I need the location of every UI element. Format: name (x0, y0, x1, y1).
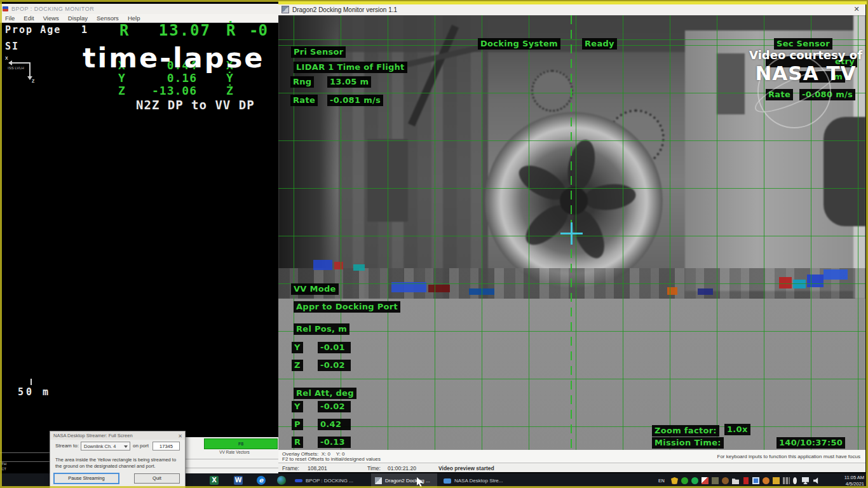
close-icon[interactable]: ✕ (851, 5, 862, 13)
bpop-title: BPOP : DOCKING MONITOR (11, 6, 94, 12)
f2-note-text: F2 to reset Offsets to initial/designed … (282, 456, 381, 462)
table-line (0, 461, 50, 462)
speaker-icon[interactable] (813, 477, 820, 484)
onenote-icon[interactable] (702, 477, 709, 484)
rel-att-r-value: -0.13 (318, 437, 351, 448)
courtesy-line1: Video courtesy of (749, 48, 863, 62)
taskbar-button-label: NASA Desktop Stre... (454, 478, 503, 484)
pri-sensor-label: Pri Sensor (291, 46, 346, 58)
dark-folder-icon[interactable] (712, 477, 719, 484)
glitch-block (469, 288, 494, 295)
rng-label: Rng (290, 76, 314, 88)
rel-att-header: Rel Att, deg (294, 388, 356, 399)
internet-explorer-icon[interactable]: e (257, 476, 266, 485)
brown-circle-icon[interactable] (722, 477, 729, 484)
globe-icon[interactable] (277, 476, 286, 485)
bluetooth-icon[interactable] (793, 477, 797, 484)
menu-item-edit[interactable]: Edit (24, 15, 34, 22)
rel-att-y-axis: Y (292, 401, 303, 412)
channel-value: Downlink Ch. 4 (84, 444, 116, 449)
glitch-block (698, 288, 713, 295)
port-label: on port (133, 443, 149, 449)
glitch-block (793, 280, 806, 288)
table-line (0, 452, 50, 453)
desktop-streamer-dialog: NASA Desktop Streamer: Full Screen ✕ Str… (50, 431, 186, 488)
scene-right-port (824, 117, 865, 226)
amber-square-icon[interactable] (773, 477, 780, 484)
vv-mode-label: VV Mode (291, 283, 339, 295)
dialog-body-text: The area inside the Yellow rectangle is … (55, 457, 180, 469)
scene-equipment (367, 139, 408, 222)
glitch-block (313, 260, 332, 270)
green-status-icon[interactable] (681, 477, 688, 484)
excel-icon[interactable]: X (210, 476, 219, 485)
close-icon[interactable]: ✕ (178, 432, 182, 440)
rel-pos-y-axis: Y (292, 342, 303, 353)
telemetry-panel (278, 299, 865, 450)
scene-streaks (339, 15, 488, 299)
row-z-rate: Ż (226, 84, 233, 97)
dragon-title: Dragon2 Docking Monitor version 1.1 (292, 6, 397, 13)
taskbar-button-bpop[interactable]: BPOP : DOCKING ... (291, 473, 370, 488)
channel-select[interactable]: Downlink Ch. 4 (81, 442, 130, 451)
row-z-value: -13.06 (133, 84, 197, 97)
docking-system-label: Docking System (478, 38, 560, 50)
rel-pos-z-axis: Z (292, 360, 303, 371)
pri-sensor-type: LIDAR 1 Time of Flight (294, 62, 407, 73)
menu-item-sensors[interactable]: Sensors (97, 15, 119, 22)
taskbar-button-label: Dragon2 Docking ... (385, 478, 430, 484)
rel-pos-z-value: -0.02 (318, 360, 351, 371)
rate-value: -0.081 m/s (327, 95, 383, 106)
menu-item-file[interactable]: File (5, 15, 15, 22)
taskbar-clock[interactable]: 11:05 AM 4/5/2021 (844, 475, 864, 487)
taskbar-button-label: BPOP : DOCKING ... (306, 478, 353, 484)
docking-system-status: Ready (582, 38, 617, 50)
glitch-block (428, 285, 450, 292)
dialog-title: NASA Desktop Streamer: Full Screen (53, 433, 133, 438)
security-shield-icon[interactable] (671, 477, 678, 484)
taskbar-button-streamer[interactable]: NASA Desktop Stre... (440, 473, 507, 488)
menu-item-display[interactable]: Display (68, 15, 88, 22)
timelapse-caption: time-lapse (83, 42, 264, 74)
dragon-titlebar[interactable]: Dragon2 Docking Monitor version 1.1 ✕ (278, 4, 865, 15)
frame-label: Frame: (282, 465, 299, 471)
bpop-titlebar[interactable]: BPOP : DOCKING MONITOR (0, 4, 278, 14)
quit-button[interactable]: Quit (134, 473, 180, 484)
pause-streaming-button[interactable]: Pause Streaming (54, 473, 119, 484)
menu-item-views[interactable]: Views (43, 15, 59, 22)
axis-line-h (9, 62, 31, 64)
range-label: R (119, 22, 128, 39)
zoom-factor-label: Zoom factor: (652, 425, 719, 437)
range-rate-label: Ṙ (226, 22, 235, 39)
scene-equipment (717, 53, 745, 114)
taskbar-button-dragon[interactable]: Dragon2 Docking ... (371, 473, 437, 488)
bpop-window: BPOP : DOCKING MONITOR File Edit Views D… (0, 4, 278, 473)
streamer-task-icon (444, 478, 451, 484)
offsets-strip: Overlay Offsets: X: 0 Y: 0 F2 to reset O… (278, 450, 865, 463)
glitch-block (334, 262, 343, 269)
rate-label: Rate (290, 95, 318, 106)
bpop-app-icon (3, 6, 8, 11)
port-input[interactable]: 17345 (153, 442, 180, 451)
dialog-titlebar[interactable]: NASA Desktop Streamer: Full Screen ✕ (50, 431, 185, 440)
bpop-task-icon (295, 479, 302, 482)
axis-x-label: X (5, 56, 8, 60)
word-icon[interactable]: W (234, 476, 243, 485)
time-label: Time: (367, 465, 381, 471)
gray-columns-icon[interactable] (783, 477, 790, 484)
blue-window-icon[interactable] (752, 477, 759, 484)
mission-time-label: Mission Time: (652, 437, 724, 449)
orange-dot-icon[interactable] (763, 477, 770, 484)
folder-icon[interactable] (732, 477, 739, 484)
language-indicator[interactable]: EN (658, 478, 665, 483)
bpop-bottom-table: F8 VV Rate Vectors (184, 437, 278, 473)
red-bar-icon[interactable] (743, 477, 749, 484)
axis-line-v (29, 62, 31, 78)
green-chat-icon[interactable] (691, 477, 698, 484)
monitor-icon[interactable] (802, 477, 809, 484)
menu-item-help[interactable]: Help (128, 15, 140, 22)
nasa-courtesy-overlay: Video courtesy of NASA TV (749, 48, 863, 84)
rel-pos-header: Rel Pos, m (294, 323, 349, 335)
rel-att-r-axis: R (292, 437, 303, 448)
dragon-task-icon (375, 477, 382, 484)
